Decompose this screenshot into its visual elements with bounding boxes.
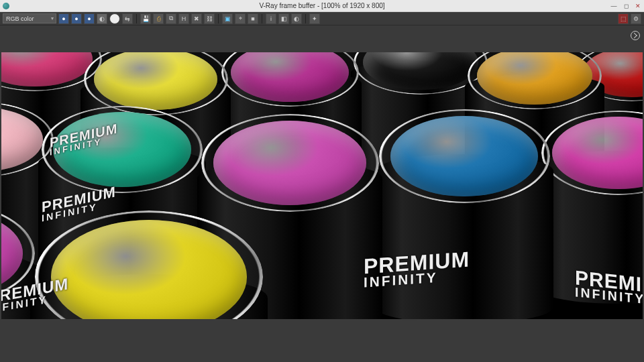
color-correct-button[interactable]: ◐ xyxy=(291,13,302,24)
channel-blue-button[interactable]: ● xyxy=(84,13,95,24)
window-title: V-Ray frame buffer - [100% of 1920 x 800… xyxy=(259,2,384,9)
channel-dropdown[interactable]: RGB color xyxy=(3,13,56,23)
lens-effects-button[interactable]: ✦ xyxy=(309,13,320,24)
pixel-info-button[interactable]: i xyxy=(266,13,276,24)
window-titlebar: V-Ray frame buffer - [100% of 1920 x 800… xyxy=(0,0,644,12)
toolbar-separator xyxy=(136,14,137,23)
paint-can xyxy=(201,114,379,212)
refresh-icon[interactable] xyxy=(631,31,640,40)
stop-button[interactable]: ■ xyxy=(248,13,258,24)
track-mouse-button[interactable]: ⌖ xyxy=(235,13,246,24)
render-viewport: PREMIUMINFINITYPREMIUMINFINITYPREMIUMINF… xyxy=(0,46,644,362)
channel-dropdown-label: RGB color xyxy=(6,15,34,22)
close-button[interactable]: ✕ xyxy=(635,3,641,9)
link-button[interactable]: ⛓ xyxy=(204,13,215,24)
save-all-button[interactable]: ⎙ xyxy=(153,13,164,24)
history-button[interactable]: H xyxy=(178,13,189,24)
paint-can xyxy=(84,52,228,115)
paint-can xyxy=(221,52,359,107)
clear-button[interactable]: ✖ xyxy=(191,13,202,24)
save-button[interactable]: 💾 xyxy=(140,13,151,24)
maximize-button[interactable]: ◻ xyxy=(623,3,629,9)
vr-button[interactable]: ⬚ xyxy=(618,13,629,24)
channel-alpha-button[interactable] xyxy=(109,13,120,24)
copy-button[interactable]: ⧉ xyxy=(166,13,176,24)
can-label: PREMIUMINFINITY xyxy=(575,268,643,308)
debug-button[interactable]: ⚙ xyxy=(631,13,641,24)
paint-can xyxy=(468,52,602,109)
toolbar-separator xyxy=(262,14,262,23)
swap-ab-button[interactable]: ⇆ xyxy=(122,13,133,24)
region-render-button[interactable]: ▣ xyxy=(222,13,233,24)
compare-button[interactable]: ◧ xyxy=(278,13,289,24)
channel-mono-button[interactable]: ◐ xyxy=(97,13,107,24)
toolbar-separator xyxy=(218,14,219,23)
channel-green-button[interactable]: ● xyxy=(71,13,82,24)
minimize-button[interactable]: — xyxy=(610,3,617,9)
main-toolbar: RGB color ● ● ● ◐ ⇆ 💾 ⎙ ⧉ H ✖ ⛓ ▣ ⌖ ■ i … xyxy=(0,12,644,25)
paint-can xyxy=(379,109,550,203)
secondary-bar xyxy=(0,25,644,46)
render-image[interactable]: PREMIUMINFINITYPREMIUMINFINITYPREMIUMINF… xyxy=(1,52,643,319)
app-icon xyxy=(3,3,9,9)
channel-red-button[interactable]: ● xyxy=(58,13,69,24)
toolbar-separator xyxy=(305,14,306,23)
